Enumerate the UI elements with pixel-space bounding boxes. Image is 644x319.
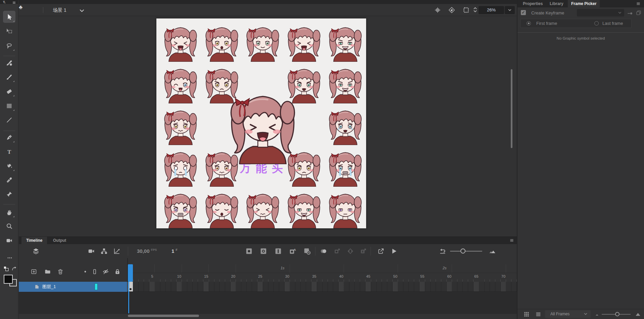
frame-filter-dropdown[interactable]: All Frames [545,310,591,318]
expression-face-wailing[interactable] [286,21,322,62]
lasso-tool-icon[interactable] [3,40,15,52]
panel-tab-library[interactable]: Library [546,0,567,7]
expression-face-grit-angry[interactable] [163,187,198,228]
parenting-icon[interactable] [100,247,108,255]
rotation-tool-icon[interactable] [448,7,455,13]
layer-frames-row[interactable] [128,282,517,292]
auto-keyframe-icon[interactable]: A [289,247,296,255]
canvas-vertical-scrollbar[interactable] [511,69,512,148]
fps-value[interactable]: 30,00 FPS [137,248,157,254]
swap-colors-icon[interactable] [10,265,18,272]
expression-face-unamused[interactable] [328,187,363,228]
expression-face-wink[interactable] [163,62,198,103]
lock-all-icon[interactable] [114,268,121,275]
playhead-marker[interactable] [128,264,133,282]
expression-face-grossed[interactable] [245,187,281,228]
scene-dropdown-chevron-icon[interactable] [79,7,84,13]
clip-content-icon[interactable] [463,7,469,13]
first-frame-radio[interactable] [527,21,531,26]
rectangle-tool-icon[interactable] [3,100,15,112]
onion-skin-icon[interactable] [320,247,327,255]
zoom-tool-icon[interactable] [3,220,15,232]
frame-icon[interactable] [275,247,282,255]
frames-empty-area[interactable] [128,292,517,314]
outline-column-icon[interactable] [91,268,98,275]
remove-frames-icon[interactable] [303,247,311,255]
play-icon[interactable] [390,247,398,255]
resize-timeline-icon[interactable] [489,247,496,255]
last-frame-radio[interactable] [594,21,599,26]
center-frame-icon[interactable] [434,7,441,13]
blank-keyframe-icon[interactable] [260,247,267,255]
delete-layer-icon[interactable] [57,268,64,275]
zoom-stepper[interactable] [472,6,477,14]
text-tool-icon[interactable]: T [3,146,15,158]
scene-name-label[interactable]: 场景 1 [53,7,66,13]
fill-stroke-swatch[interactable] [4,275,18,288]
expression-face-laughing[interactable] [163,21,198,62]
expression-face-evil-grin[interactable] [328,62,363,103]
thumbnail-large-icon[interactable] [635,311,641,317]
expression-face-embarrassed[interactable] [163,104,198,145]
first-frame-label[interactable]: First frame [536,21,557,26]
expression-face-smug[interactable] [286,187,322,228]
pasteboard[interactable]: 万能头 [19,16,517,230]
step-back-icon[interactable] [439,247,446,255]
scene-clubs-icon[interactable]: ♣ [19,4,517,11]
panel-tab-frame-picker[interactable]: Frame Picker [568,0,600,7]
grid-view-icon[interactable] [524,311,530,317]
expression-face-smiling[interactable] [245,21,281,62]
outline-dot-icon[interactable] [82,268,89,275]
hide-all-icon[interactable] [102,268,109,275]
timeline-panel-menu-icon[interactable] [509,238,514,243]
fill-color-swatch[interactable] [4,275,13,284]
hand-tool-icon[interactable] [3,206,15,218]
eraser-tool-icon[interactable] [3,85,15,97]
playback-speed-slider-knob[interactable] [460,248,465,254]
tools-panel-menu-icon[interactable] [12,1,16,4]
list-view-icon[interactable] [535,311,541,317]
duplicate-icon[interactable] [636,10,642,16]
fluid-brush-tool-icon[interactable] [3,57,15,69]
expression-face-yawn[interactable] [204,187,240,228]
more-tools-icon[interactable] [6,254,14,262]
eyedropper-tool-icon[interactable] [3,174,15,186]
panel-menu-icon[interactable] [636,1,641,6]
loop-icon[interactable] [377,247,385,255]
asset-warp-tool-icon[interactable] [3,188,15,200]
link-icon[interactable] [627,10,633,16]
layers-icon[interactable] [32,247,40,255]
paint-bucket-tool-icon[interactable] [3,160,15,172]
scrollbar-thumb[interactable] [128,315,199,317]
center-face-laughing[interactable] [228,83,298,164]
timeline-frame-ruler[interactable]: 510152025303540455055606570 [128,273,517,282]
camera-icon[interactable] [88,247,95,255]
classic-brush-tool-icon[interactable] [3,71,15,83]
zoom-level-input[interactable]: 26% [479,6,504,14]
layer-outline-color-swatch[interactable] [95,283,98,290]
layer-row[interactable]: 图层_1 [19,282,127,292]
add-layer-icon[interactable] [31,268,37,275]
expression-face-sly-grin[interactable] [328,21,363,62]
last-frame-label[interactable]: Last frame [602,21,623,26]
create-keyframe-checkbox[interactable]: ✓ [521,10,526,15]
zoom-dropdown-chevron-icon[interactable] [505,6,515,14]
layer-name-label[interactable]: 图层_1 [42,284,56,290]
stage-canvas[interactable]: 万能头 [156,18,366,228]
camera-tool-icon[interactable] [3,234,15,246]
playback-speed-slider-track[interactable] [450,251,482,252]
graph-editor-icon[interactable] [113,247,120,255]
panel-tab-properties[interactable]: Properties [519,0,546,7]
timeline-tab-output[interactable]: Output [48,237,71,244]
new-folder-icon[interactable] [44,268,51,275]
pen-tool-icon[interactable] [3,131,15,143]
timeline-seconds-ruler[interactable]: 1s2s [128,264,517,273]
line-tool-icon[interactable] [3,114,15,126]
expression-face-teary[interactable] [328,104,363,145]
expression-face-surprised[interactable] [204,21,240,62]
subselection-tool-icon[interactable] [3,25,15,37]
timeline-horizontal-scrollbar[interactable] [128,315,517,317]
keyframe-icon[interactable] [245,247,253,255]
thumbnail-size-slider-knob[interactable] [615,312,620,316]
thumbnail-small-icon[interactable] [595,312,599,317]
